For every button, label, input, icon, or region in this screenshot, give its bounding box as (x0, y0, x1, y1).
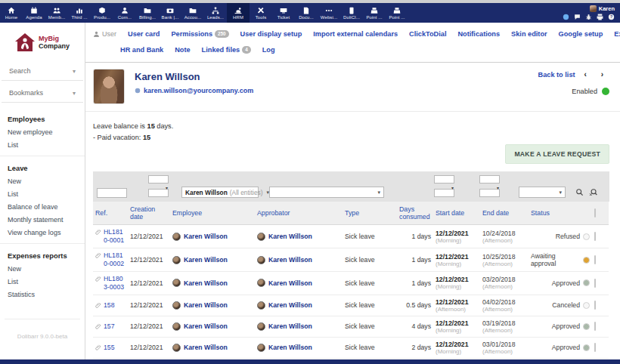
sidebar-link[interactable]: Monthly statement (0, 213, 85, 226)
select-all-checkbox[interactable] (594, 208, 596, 217)
column-header-start-date[interactable]: Start date (433, 202, 480, 225)
filter-ref-input[interactable] (97, 188, 127, 198)
menu-products[interactable]: Produ... (91, 3, 113, 23)
column-header-creation-date[interactable]: Creation date (128, 202, 170, 225)
filter-end-year-input[interactable] (479, 189, 500, 197)
chat-icon[interactable] (574, 14, 581, 20)
sidebar-link[interactable]: Statistics (0, 288, 85, 301)
filter-status-select[interactable]: ▾ (519, 187, 566, 198)
menu-billing[interactable]: Billing... (136, 3, 159, 23)
menu-hrm[interactable]: HRM (227, 3, 250, 23)
employee-link[interactable]: Karen Willson (172, 233, 253, 241)
column-header-type[interactable]: Type (343, 202, 397, 225)
menu-third-parties[interactable]: Third ... (68, 3, 91, 23)
filter-creation-month-input[interactable] (148, 175, 169, 184)
tab[interactable]: User card (128, 30, 160, 38)
bug-icon[interactable] (585, 14, 592, 20)
approbator-link[interactable]: Karen Willson (257, 301, 340, 310)
sidebar-link[interactable]: New (0, 174, 85, 187)
employee-link[interactable]: Karen Willson (172, 322, 253, 331)
tab[interactable]: User display setup (240, 30, 302, 38)
menu-pos[interactable]: Point ... (363, 3, 386, 23)
tab[interactable]: Import external calendars (313, 30, 398, 38)
menu-agenda[interactable]: Agenda (23, 3, 45, 23)
tab[interactable]: Permissions 250 (171, 30, 228, 38)
tab[interactable]: Linked files 4 (202, 46, 251, 54)
help-icon[interactable] (608, 14, 615, 20)
column-header-approbator[interactable]: Approbator (255, 202, 343, 225)
column-header-days-consumed[interactable]: Days consumed (397, 202, 433, 225)
clear-filters-icon[interactable] (589, 188, 597, 196)
menu-members[interactable]: Memb... (45, 3, 68, 23)
filter-employee-select[interactable]: Karen Willson (All entities) ▾ (181, 187, 259, 198)
row-checkbox[interactable] (594, 255, 596, 264)
filter-approbator-select[interactable]: ▾ (269, 187, 384, 198)
ref-link[interactable]: 158 (104, 301, 115, 310)
menu-leads[interactable]: Leads... (204, 3, 227, 23)
sidebar-link[interactable]: List (0, 187, 85, 200)
tab[interactable]: Expense report (614, 30, 620, 38)
row-checkbox[interactable] (594, 279, 596, 288)
approbator-link[interactable]: Karen Willson (257, 322, 340, 331)
approbator-link[interactable]: Karen Willson (257, 279, 340, 287)
sidebar-bookmarks-dropdown[interactable]: Bookmarks ▾ (2, 85, 83, 103)
employee-link[interactable]: Karen Willson (172, 279, 253, 287)
menu-accountancy[interactable]: Accou... (181, 3, 204, 23)
menu-ticket[interactable]: Ticket (272, 3, 295, 23)
ref-link[interactable]: 157 (104, 322, 115, 331)
company-logo[interactable]: MyBig Company (0, 33, 85, 51)
sidebar-search-dropdown[interactable]: Search ▾ (2, 63, 83, 81)
menu-documents[interactable]: Docu... (295, 3, 318, 23)
ref-link[interactable]: 155 (104, 344, 115, 352)
sidebar-link[interactable]: New employee (0, 125, 85, 138)
print-icon[interactable] (597, 14, 603, 20)
menu-pos-2[interactable]: Point ... (386, 3, 408, 23)
globe-icon[interactable] (563, 14, 569, 20)
tab[interactable]: Log (262, 46, 275, 54)
tab[interactable]: Skin editor (511, 30, 547, 38)
filter-start-month-input[interactable] (434, 175, 454, 184)
employee-link[interactable]: Karen Willson (172, 256, 253, 264)
tab[interactable]: Notifications (457, 30, 500, 38)
filter-end-month-input[interactable] (479, 175, 500, 184)
row-checkbox[interactable] (594, 343, 596, 352)
pagination-prev-next-icons[interactable] (584, 70, 609, 79)
approbator-link[interactable]: Karen Willson (257, 233, 340, 241)
sidebar-link[interactable]: View change logs (0, 226, 85, 239)
menu-tools[interactable]: Tools (250, 3, 272, 23)
sidebar-link[interactable]: List (0, 138, 85, 151)
approbator-link[interactable]: Karen Willson (257, 256, 340, 264)
column-header-employee[interactable]: Employee (170, 202, 255, 225)
tab[interactable]: Google setup (559, 30, 603, 38)
menu-website[interactable]: Websi... (318, 3, 340, 23)
sidebar-link[interactable]: New (0, 262, 85, 275)
filter-start-year-input[interactable] (434, 189, 454, 197)
column-header-end-date[interactable]: End date (480, 202, 529, 225)
menu-commercial[interactable]: Com... (113, 3, 136, 23)
ref-link[interactable]: HL1810-0002 (104, 251, 126, 268)
tab[interactable]: Note (175, 46, 190, 54)
logged-user[interactable]: Karen (590, 5, 615, 12)
approbator-link[interactable]: Karen Willson (257, 344, 340, 352)
ref-link[interactable]: HL1803-0003 (104, 275, 126, 292)
make-leave-request-button[interactable]: MAKE A LEAVE REQUEST (505, 144, 609, 164)
tab[interactable]: HR and Bank (120, 46, 163, 54)
employee-link[interactable]: Karen Willson (172, 344, 253, 352)
search-icon[interactable] (575, 188, 584, 196)
sidebar-link[interactable]: List (0, 275, 85, 288)
menu-doliclub[interactable]: DoliCl... (340, 3, 363, 23)
tab[interactable]: ClickToDial (409, 30, 446, 38)
column-header-status[interactable]: Status (529, 202, 592, 225)
row-checkbox[interactable] (594, 232, 596, 241)
back-to-list-link[interactable]: Back to list (538, 71, 575, 79)
employee-link[interactable]: Karen Willson (172, 301, 253, 310)
filter-creation-year-input[interactable] (148, 189, 169, 197)
menu-bank[interactable]: Bank |... (159, 3, 181, 23)
ref-link[interactable]: HL1810-0001 (104, 228, 126, 245)
column-header-ref[interactable]: Ref. (93, 202, 128, 225)
row-checkbox[interactable] (594, 301, 596, 310)
sidebar-link[interactable]: Balance of leave (0, 200, 85, 213)
menu-home[interactable]: Home (0, 3, 23, 23)
user-email-link[interactable]: karen.willson@yourcompany.com (135, 87, 253, 94)
row-checkbox[interactable] (594, 322, 596, 331)
